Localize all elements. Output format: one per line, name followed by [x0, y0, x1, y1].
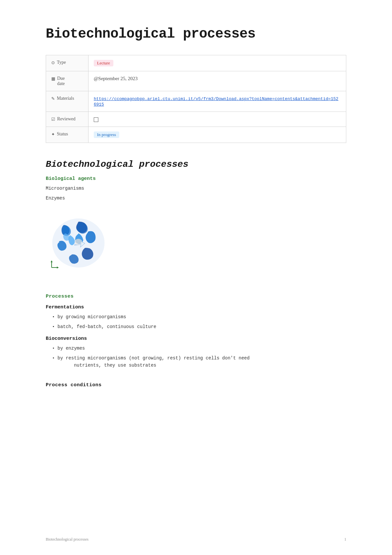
materials-label: ✎ Materials: [46, 91, 89, 112]
due-date-value: @September 25, 2023: [89, 71, 346, 91]
protein-svg: [46, 212, 111, 274]
status-label: ✦ Status: [46, 127, 89, 143]
properties-table: ⊙ Type Lecture ▦ Duedate @September 25, …: [46, 55, 346, 143]
materials-link[interactable]: https://ccompagnobpp.ariel.ctu.unimi.it/…: [94, 96, 338, 107]
text-microorganisms: Microorganisms: [46, 185, 346, 192]
process-conditions-heading: Process conditions: [46, 382, 346, 388]
reviewed-label: ☑ Reviewed: [46, 112, 89, 127]
list-item: by growing microorganisms: [52, 313, 346, 321]
status-badge: In progress: [94, 131, 119, 138]
footer-title: Biotechnological processes: [46, 537, 89, 542]
biological-agents-heading: Biological agents: [46, 176, 346, 182]
type-icon: ⊙: [51, 60, 55, 65]
status-icon: ✦: [51, 132, 55, 137]
due-date-label: ▦ Duedate: [46, 71, 89, 91]
page-title: Biotechnological processes: [46, 26, 346, 42]
reviewed-checkbox[interactable]: [94, 117, 98, 122]
footer-page-number: 1: [344, 537, 346, 542]
type-label: ⊙ Type: [46, 55, 89, 71]
type-tag: Lecture: [94, 60, 113, 66]
svg-marker-6: [57, 267, 59, 269]
bioconversions-list: by enzymes by resting microorganisms (no…: [46, 345, 346, 369]
reviewed-icon: ☑: [51, 117, 55, 122]
processes-section: Processes Fermentations by growing micro…: [46, 294, 346, 369]
text-enzymes: Enzymes: [46, 195, 346, 202]
property-row-type: ⊙ Type Lecture: [46, 55, 346, 71]
fermentations-list: by growing microorganisms batch, fed-bat…: [46, 313, 346, 331]
due-date-icon: ▦: [51, 76, 55, 81]
property-row-status: ✦ Status In progress: [46, 127, 346, 143]
property-row-reviewed: ☑ Reviewed: [46, 112, 346, 127]
materials-icon: ✎: [51, 96, 55, 101]
status-value: In progress: [89, 127, 346, 143]
content-section-title: Biotechnological processes: [46, 159, 346, 169]
type-value: Lecture: [89, 55, 346, 71]
protein-image: [46, 212, 118, 277]
bioconversions-heading: Bioconversions: [46, 336, 346, 341]
list-item: by resting microorganisms (not growing, …: [52, 355, 346, 369]
property-row-due-date: ▦ Duedate @September 25, 2023: [46, 71, 346, 91]
page-footer: Biotechnological processes 1: [46, 537, 346, 542]
svg-marker-5: [51, 260, 53, 262]
list-item: batch, fed-batch, continuous culture: [52, 323, 346, 330]
materials-value[interactable]: https://ccompagnobpp.ariel.ctu.unimi.it/…: [89, 91, 346, 112]
list-item: by enzymes: [52, 345, 346, 352]
reviewed-value[interactable]: [89, 112, 346, 127]
processes-heading: Processes: [46, 294, 346, 299]
fermentations-heading: Fermentations: [46, 304, 346, 310]
svg-point-2: [75, 239, 80, 244]
property-row-materials: ✎ Materials https://ccompagnobpp.ariel.c…: [46, 91, 346, 112]
